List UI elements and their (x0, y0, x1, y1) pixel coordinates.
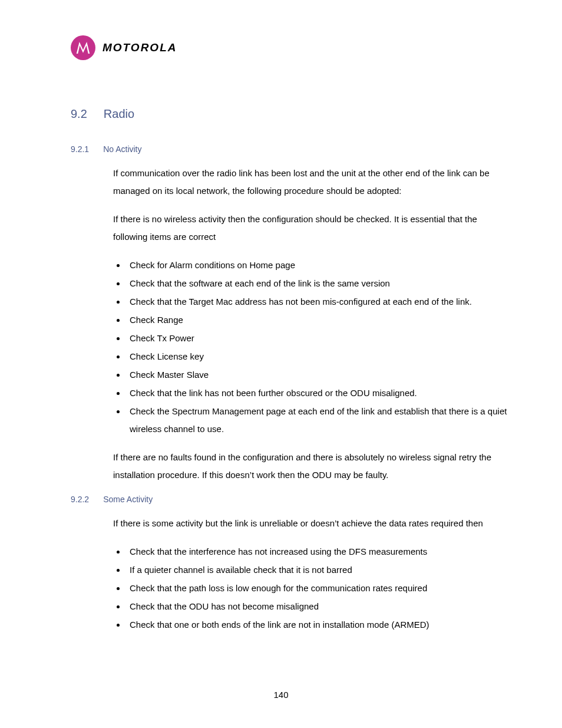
paragraph: If communication over the radio link has… (113, 164, 512, 200)
paragraph: If there are no faults found in the conf… (113, 449, 512, 484)
section-title: Radio (104, 107, 134, 121)
subsection-heading: 9.2.2 Some Activity (71, 495, 524, 504)
list-item: If a quieter channel is available check … (126, 561, 512, 579)
paragraph: If there is no wireless activity then th… (113, 210, 512, 246)
document-page: MOTOROLA 9.2 Radio 9.2.1 No Activity If … (0, 0, 562, 728)
subsection-some-activity: 9.2.2 Some Activity If there is some act… (71, 495, 524, 634)
subsection-no-activity: 9.2.1 No Activity If communication over … (71, 144, 524, 484)
subsection-number: 9.2.1 (71, 144, 89, 154)
page-number: 140 (0, 690, 562, 700)
brand-logo: MOTOROLA (71, 35, 524, 60)
subsection-title: No Activity (103, 144, 141, 154)
bullet-list: Check that the interference has not incr… (113, 543, 512, 634)
list-item: Check License key (126, 348, 512, 365)
section-heading: 9.2 Radio (71, 107, 524, 121)
list-item: Check that one or both ends of the link … (126, 616, 512, 634)
motorola-batwing-icon (71, 35, 95, 60)
subsection-title: Some Activity (103, 495, 153, 504)
section-number: 9.2 (71, 107, 87, 121)
list-item: Check for Alarm conditions on Home page (126, 256, 512, 274)
brand-name: MOTOROLA (103, 41, 177, 54)
subsection-number: 9.2.2 (71, 495, 89, 504)
list-item: Check that the interference has not incr… (126, 543, 512, 561)
list-item: Check the Spectrum Management page at ea… (126, 403, 512, 438)
subsection-heading: 9.2.1 No Activity (71, 144, 524, 154)
list-item: Check Master Slave (126, 366, 512, 384)
list-item: Check that the link has not been further… (126, 384, 512, 402)
list-item: Check that the path loss is low enough f… (126, 579, 512, 597)
list-item: Check Tx Power (126, 330, 512, 347)
list-item: Check that the Target Mac address has no… (126, 293, 512, 311)
list-item: Check that the ODU has not become misali… (126, 598, 512, 615)
list-item: Check that the software at each end of t… (126, 275, 512, 292)
list-item: Check Range (126, 311, 512, 329)
bullet-list: Check for Alarm conditions on Home page … (113, 256, 512, 438)
paragraph: If there is some activity but the link i… (113, 515, 512, 532)
